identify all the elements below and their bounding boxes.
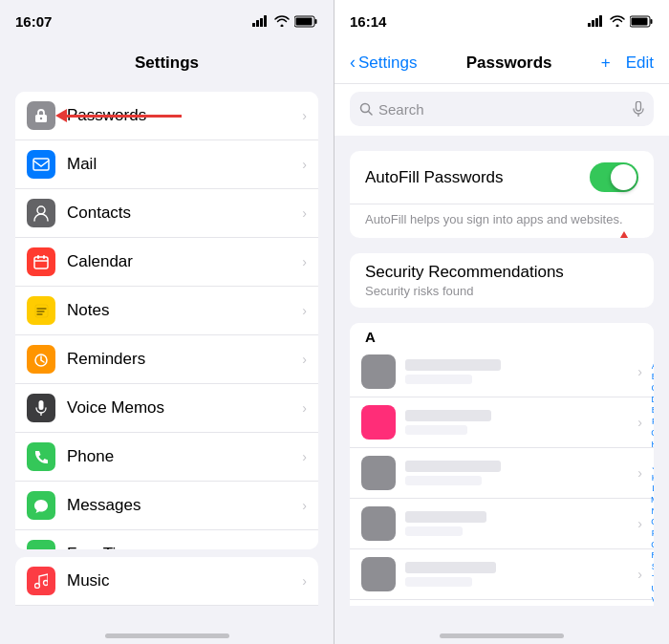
right-signal-icon <box>588 15 605 27</box>
pw-username-5 <box>405 577 472 587</box>
facetime-chevron: › <box>302 547 307 549</box>
settings-item-notes[interactable]: Notes › <box>15 287 318 335</box>
mail-icon <box>27 150 55 179</box>
signal-icon <box>252 15 270 27</box>
alpha-c[interactable]: C <box>648 383 655 395</box>
password-item-3[interactable]: › <box>350 448 654 499</box>
svg-rect-0 <box>252 23 255 27</box>
alpha-f[interactable]: F <box>648 417 655 428</box>
security-subtitle: Security risks found <box>365 284 638 298</box>
left-panel: 16:07 Settings <box>0 0 334 644</box>
music-chevron: › <box>302 573 307 589</box>
passwords-icon <box>27 101 55 130</box>
edit-button[interactable]: Edit <box>626 54 654 73</box>
alphabet-index[interactable]: A B C D E F G H I J K L M N O P Q R S T <box>648 323 655 606</box>
password-item-2[interactable]: › <box>350 397 654 448</box>
pw-icon-1 <box>361 354 396 389</box>
alpha-g[interactable]: G <box>648 428 655 440</box>
security-title: Security Recommendations <box>365 263 638 282</box>
alpha-u[interactable]: U <box>648 584 655 595</box>
calendar-chevron: › <box>302 254 307 269</box>
svg-rect-30 <box>595 18 598 27</box>
left-nav-header: Settings <box>0 42 334 84</box>
autofill-row[interactable]: AutoFill Passwords <box>350 151 654 204</box>
alpha-a[interactable]: A <box>648 361 655 373</box>
pw-chevron-1: › <box>637 364 642 379</box>
pw-icon-2 <box>361 405 396 440</box>
reminders-label: Reminders <box>67 350 294 369</box>
right-wifi-icon <box>610 15 625 27</box>
settings-item-messages[interactable]: Messages › <box>15 482 318 530</box>
settings-item-calendar[interactable]: Calendar › <box>15 238 318 287</box>
messages-label: Messages <box>67 496 294 515</box>
svg-point-8 <box>40 118 42 119</box>
settings-item-voice-memos[interactable]: Voice Memos › <box>15 384 318 433</box>
right-battery-icon <box>630 15 654 28</box>
mail-chevron: › <box>302 157 307 172</box>
back-button[interactable]: ‹ Settings <box>350 53 417 73</box>
pw-chevron-5: › <box>637 567 642 582</box>
alpha-m[interactable]: M <box>648 495 655 506</box>
right-status-bar: 16:14 <box>334 0 669 42</box>
svg-rect-31 <box>599 15 602 27</box>
svg-rect-13 <box>43 255 45 259</box>
alpha-p[interactable]: P <box>648 528 655 540</box>
svg-line-36 <box>369 112 373 116</box>
svg-rect-2 <box>260 18 263 27</box>
back-label: Settings <box>358 54 417 73</box>
pw-name-3 <box>405 461 501 472</box>
security-section[interactable]: Security Recommendations Security risks … <box>350 253 654 308</box>
right-time: 16:14 <box>350 13 386 30</box>
passwords-list-section: A › › <box>350 323 654 606</box>
pw-icon-5 <box>361 557 396 591</box>
search-bar[interactable]: Search <box>350 92 654 126</box>
settings-item-passwords[interactable]: Passwords › <box>15 92 318 140</box>
right-panel: 16:14 ‹ Settings Passw <box>334 0 669 644</box>
alpha-i[interactable]: I <box>648 450 655 462</box>
alpha-l[interactable]: L <box>648 483 655 495</box>
settings-item-mail[interactable]: Mail › <box>15 140 318 189</box>
password-item-5[interactable]: › <box>350 549 654 600</box>
alpha-o[interactable]: O <box>648 517 655 528</box>
pw-username-3 <box>405 476 482 485</box>
svg-point-27 <box>44 581 49 586</box>
alpha-b[interactable]: B <box>648 372 655 383</box>
left-status-bar: 16:07 <box>0 0 334 42</box>
password-item-1[interactable]: › <box>350 347 654 397</box>
messages-chevron: › <box>302 498 307 513</box>
svg-rect-29 <box>592 20 594 27</box>
svg-rect-5 <box>315 19 317 24</box>
pw-username-4 <box>405 526 463 536</box>
add-button[interactable]: + <box>601 54 611 73</box>
settings-item-reminders[interactable]: Reminders › <box>15 335 318 384</box>
back-chevron: ‹ <box>350 53 356 73</box>
settings-item-facetime[interactable]: FaceTime › <box>15 530 318 549</box>
mail-label: Mail <box>67 155 294 174</box>
passwords-content: AutoFill Passwords AutoFill helps you si… <box>334 136 669 606</box>
alpha-d[interactable]: D <box>648 395 655 406</box>
contacts-label: Contacts <box>67 204 294 223</box>
alpha-q[interactable]: Q <box>648 540 655 551</box>
alpha-k[interactable]: K <box>648 473 655 484</box>
alpha-s[interactable]: S <box>648 562 655 573</box>
alpha-t[interactable]: T <box>648 573 655 585</box>
alpha-n[interactable]: N <box>648 506 655 518</box>
alpha-j[interactable]: J <box>648 462 655 473</box>
password-item-4[interactable]: › <box>350 499 654 549</box>
search-icon <box>359 102 373 116</box>
alpha-v[interactable]: V <box>648 595 655 606</box>
autofill-toggle[interactable] <box>590 162 638 192</box>
alpha-e[interactable]: E <box>648 405 655 417</box>
settings-item-contacts[interactable]: Contacts › <box>15 189 318 238</box>
autofill-label: AutoFill Passwords <box>365 168 504 187</box>
left-home-bar <box>0 606 334 644</box>
settings-item-phone[interactable]: Phone › <box>15 433 318 482</box>
alpha-h[interactable]: H <box>648 440 655 451</box>
settings-item-music[interactable]: Music › <box>15 557 318 606</box>
pw-username-1 <box>405 375 472 384</box>
alpha-r[interactable]: R <box>648 550 655 562</box>
passwords-chevron: › <box>302 108 307 123</box>
security-row[interactable]: Security Recommendations Security risks … <box>350 253 654 308</box>
left-nav-title: Settings <box>135 54 199 73</box>
password-item-6[interactable]: › <box>350 600 654 606</box>
